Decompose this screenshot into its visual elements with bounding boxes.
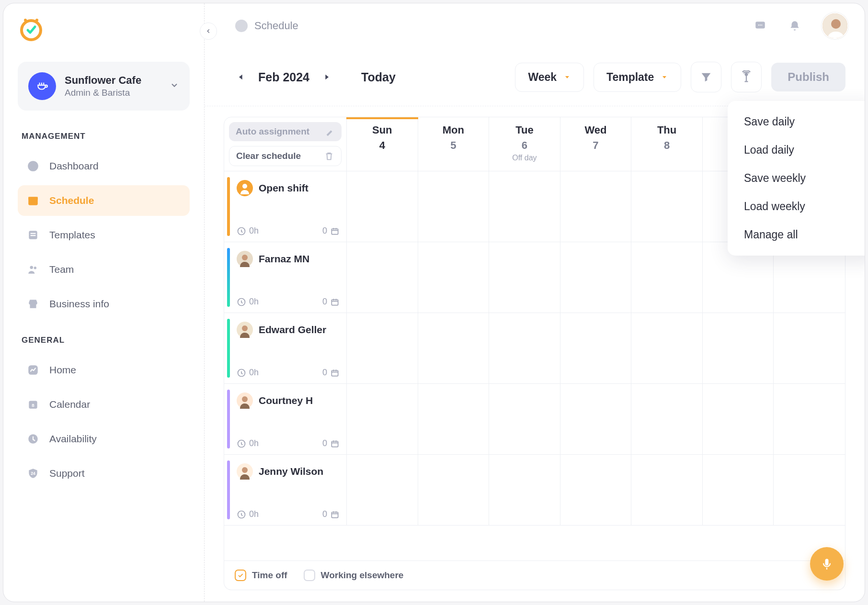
legend-label: Time off <box>252 570 287 581</box>
nav-availability[interactable]: Availability <box>18 424 190 454</box>
schedule-cell[interactable] <box>774 384 845 454</box>
row-avatar <box>237 463 253 480</box>
schedule-cell[interactable] <box>560 242 632 313</box>
nav-support[interactable]: 24 Support <box>18 458 190 489</box>
view-week-dropdown[interactable]: Week <box>515 63 584 92</box>
schedule-cell[interactable] <box>489 242 560 313</box>
nav-team[interactable]: Team <box>18 254 190 285</box>
nav-home[interactable]: Home <box>18 355 190 385</box>
prev-month-button[interactable] <box>235 70 247 84</box>
nav-label: Business info <box>49 298 109 310</box>
day-header[interactable]: Mon 5 <box>418 117 490 171</box>
legend: Time off Working elsewhere <box>224 561 845 590</box>
schedule-cell[interactable] <box>418 384 490 454</box>
schedule-cell[interactable] <box>347 313 418 383</box>
nav-label: Templates <box>49 229 95 241</box>
schedule-cell[interactable] <box>703 313 774 383</box>
schedule-cell[interactable] <box>489 313 560 383</box>
row-color-bar <box>227 319 230 378</box>
schedule-cell[interactable] <box>560 313 632 383</box>
menu-load-weekly[interactable]: Load weekly <box>728 192 865 221</box>
schedule-cell[interactable] <box>560 455 632 525</box>
schedule-cell[interactable] <box>560 384 632 454</box>
workspace-switcher[interactable]: Sunflower Cafe Admin & Barista <box>18 62 190 111</box>
publish-button[interactable]: Publish <box>771 63 845 91</box>
menu-manage-all[interactable]: Manage all <box>728 221 865 249</box>
row-avatar <box>237 251 253 267</box>
day-header[interactable]: Wed 7 <box>560 117 632 171</box>
day-header[interactable]: Sun 4 <box>347 117 418 171</box>
template-dropdown-button[interactable]: Template <box>594 63 681 92</box>
svg-point-8 <box>30 266 34 269</box>
schedule-cell[interactable] <box>631 242 703 313</box>
schedule-cell[interactable] <box>347 171 418 242</box>
row-avatar <box>237 180 253 196</box>
schedule-cell[interactable] <box>418 242 490 313</box>
svg-rect-37 <box>331 441 338 447</box>
svg-rect-33 <box>331 370 338 376</box>
row-shift-count: 0 <box>322 226 340 236</box>
schedule-cell[interactable] <box>631 313 703 383</box>
schedule-cell[interactable] <box>418 313 490 383</box>
nav-templates[interactable]: Templates <box>18 220 190 250</box>
today-button[interactable]: Today <box>361 70 396 84</box>
schedule-cell[interactable] <box>418 455 490 525</box>
schedule-cell[interactable] <box>347 384 418 454</box>
legend-time-off: Time off <box>235 570 287 581</box>
nav-calendar[interactable]: 8 Calendar <box>18 389 190 420</box>
svg-point-27 <box>242 255 248 260</box>
schedule-cell[interactable] <box>774 455 845 525</box>
nav-label: Availability <box>49 433 97 445</box>
schedule-cell[interactable] <box>703 384 774 454</box>
caret-down-icon <box>563 71 571 84</box>
schedule-cell[interactable] <box>631 384 703 454</box>
menu-save-weekly[interactable]: Save weekly <box>728 164 865 192</box>
row-name: Jenny Wilson <box>259 466 323 477</box>
week-label: Week <box>528 71 557 84</box>
row-color-bar <box>227 390 230 448</box>
schedule-cell[interactable] <box>418 171 490 242</box>
voice-fab[interactable] <box>810 547 844 581</box>
schedule-cell[interactable] <box>489 455 560 525</box>
user-avatar[interactable] <box>822 12 848 39</box>
auto-assignment-label: Auto assignment <box>236 126 309 137</box>
bell-icon[interactable] <box>787 18 802 34</box>
sidebar-collapse-button[interactable] <box>200 22 217 40</box>
menu-load-daily[interactable]: Load daily <box>728 136 865 164</box>
day-name: Mon <box>420 124 487 136</box>
trash-icon <box>324 151 334 161</box>
row-color-bar <box>227 460 230 519</box>
next-month-button[interactable] <box>321 70 332 84</box>
nav-dashboard[interactable]: Dashboard <box>18 151 190 181</box>
clear-schedule-button[interactable]: Clear schedule <box>229 146 342 166</box>
schedule-cell[interactable] <box>703 455 774 525</box>
svg-text:24: 24 <box>31 471 35 476</box>
menu-save-daily[interactable]: Save daily <box>728 108 865 136</box>
caret-down-icon <box>661 71 668 84</box>
day-number: 4 <box>349 139 416 152</box>
workspace-role: Admin & Barista <box>65 88 161 98</box>
filter-button[interactable] <box>691 62 721 92</box>
schedule-cell[interactable] <box>347 242 418 313</box>
row-name: Open shift <box>259 182 308 194</box>
svg-point-35 <box>242 396 248 402</box>
schedule-cell[interactable] <box>774 313 845 383</box>
search[interactable]: Schedule <box>235 20 298 32</box>
chat-icon[interactable] <box>753 18 768 34</box>
nav-label: Team <box>49 264 74 275</box>
auto-assignment-button[interactable]: Auto assignment <box>229 122 342 141</box>
clock-icon <box>26 432 40 446</box>
nav-business-info[interactable]: Business info <box>18 289 190 319</box>
schedule-cell[interactable] <box>489 171 560 242</box>
schedule-cell[interactable] <box>489 384 560 454</box>
day-header[interactable]: Thu 8 <box>631 117 703 171</box>
schedule-cell[interactable] <box>631 455 703 525</box>
broadcast-button[interactable] <box>731 62 762 92</box>
row-hours: 0h <box>237 297 259 307</box>
schedule-cell[interactable] <box>560 171 632 242</box>
nav-schedule[interactable]: Schedule <box>18 185 190 216</box>
schedule-cell[interactable] <box>347 455 418 525</box>
schedule-cell[interactable] <box>631 171 703 242</box>
day-header[interactable]: Tue 6 Off day <box>489 117 560 171</box>
row-header: Courtney H 0h 0 <box>224 384 347 454</box>
